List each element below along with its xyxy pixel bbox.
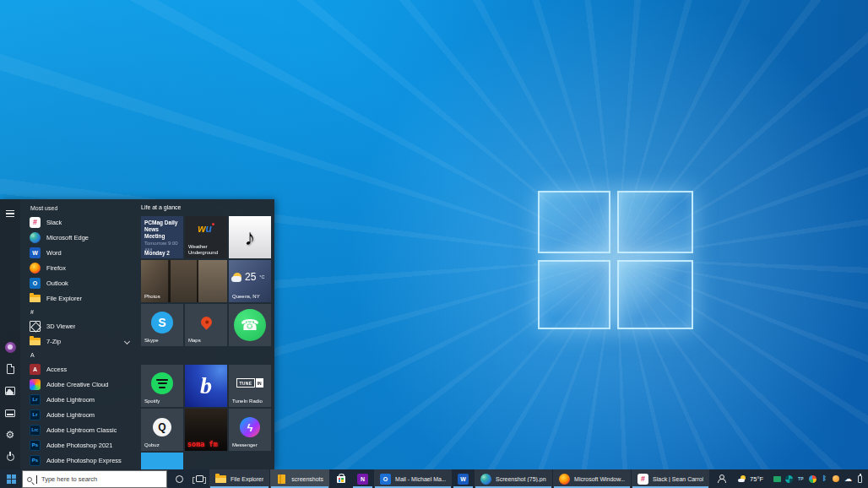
pictures-button[interactable] [3, 384, 17, 398]
user-avatar [5, 342, 16, 353]
tile-tunein-radio[interactable]: TUNEIN TuneIn Radio [229, 365, 271, 407]
tunein-logo: TUNEIN [229, 378, 271, 388]
tile-maps[interactable]: Maps [185, 304, 227, 346]
people-button[interactable] [710, 469, 732, 488]
expand-menu-button[interactable] [3, 207, 17, 220]
tile-partial[interactable] [141, 453, 183, 469]
pinwheel-icon[interactable] [785, 475, 793, 483]
tile-weather-underground[interactable]: wu Weather Underground [185, 216, 227, 258]
app-item-outlook[interactable]: O Outlook [20, 275, 138, 290]
tile-messenger[interactable]: ϟ Messenger [229, 409, 271, 451]
tile-spotify[interactable]: Spotify [141, 365, 183, 407]
tile-skype[interactable]: S Skype [141, 304, 183, 346]
microsoft-store-icon [335, 474, 346, 485]
tile-label: Weather Underground [188, 244, 225, 256]
search-placeholder: Type here to search [41, 475, 97, 483]
gear-icon: ⚙ [6, 430, 15, 440]
app-item-label: Access [46, 366, 67, 373]
folder-window-icon [276, 474, 287, 485]
lightroom-classic-icon: Lrc [30, 425, 41, 436]
tile-qobuz[interactable]: Q Qobuz [141, 409, 183, 451]
b-logo-icon: b [200, 372, 212, 399]
settings-button[interactable]: ⚙ [3, 428, 17, 442]
tile-b-app[interactable]: b [185, 365, 227, 407]
power-icon [7, 453, 14, 461]
wu-logo: wu [185, 223, 227, 235]
search-icon [27, 477, 32, 482]
power-button[interactable] [3, 450, 17, 464]
app-item-word[interactable]: W Word [20, 245, 138, 260]
bluetooth-icon[interactable]: ᛒ [821, 475, 828, 483]
account-button[interactable] [3, 340, 17, 354]
3d-viewer-icon [30, 321, 41, 332]
windows-logo-pane [538, 191, 610, 253]
tile-music-player[interactable]: ♪ [229, 216, 271, 258]
app-item-label: File Explorer [46, 295, 82, 302]
app-item-3d-viewer[interactable]: 3D Viewer [20, 318, 138, 333]
app-item-adobe-creative-cloud[interactable]: Adobe Creative Cloud [20, 377, 138, 392]
people-icon [717, 474, 725, 483]
taskbar-app-onenote[interactable]: N [352, 469, 373, 488]
taskbar-app-file-explorer[interactable]: File Explorer [209, 469, 269, 488]
messenger-icon: ϟ [240, 417, 260, 437]
documents-button[interactable] [3, 362, 17, 376]
chevron-down-icon [124, 338, 130, 344]
partly-sunny-icon [738, 475, 746, 482]
taskbar-app-word[interactable]: W [453, 469, 474, 488]
taskbar-app-label: screenshots [291, 476, 323, 482]
tile-weather-queens[interactable]: 25 °C Queens, NY [229, 260, 271, 302]
calendar-event-title: PCMag Daily News Meeting [144, 220, 180, 240]
qobuz-icon: Q [153, 418, 171, 436]
taskbar-app-microsoft-store[interactable] [330, 469, 351, 488]
slack-icon: # [637, 474, 648, 485]
app-item-adobe-photoshop-2021[interactable]: Ps Adobe Photoshop 2021 [20, 437, 138, 453]
taskbar-app-edge-screenshot[interactable]: Screenshot (75).pn... [475, 469, 552, 488]
search-box[interactable]: Type here to search [22, 470, 167, 488]
app-item-adobe-photoshop-express[interactable]: Ps Adobe Photoshop Express [20, 453, 138, 468]
tile-calendar-pcmag[interactable]: PCMag Daily News Meeting Tomorrow 9:00 A… [141, 216, 183, 258]
app-item-file-explorer[interactable]: File Explorer [20, 290, 138, 306]
amber-dot-icon[interactable] [833, 475, 840, 483]
app-item-microsoft-edge[interactable]: Microsoft Edge [20, 230, 138, 245]
taskbar-app-mail[interactable]: O Mail - Michael Ma... [374, 469, 452, 488]
onedrive-cloud-icon[interactable]: ☁ [844, 475, 852, 483]
app-item-label: Word [46, 249, 62, 257]
taskbar-app-label: Slack | Sean Carrol... [653, 476, 703, 482]
colorful-circle-icon[interactable] [809, 475, 816, 483]
whatsapp-icon: ☎ [234, 309, 266, 341]
tp-icon[interactable]: TP [797, 475, 805, 483]
app-item-adobe-lightroom-classic[interactable]: Lrc Adobe Lightroom Classic [20, 422, 138, 437]
app-item-adobe-lightroom-2[interactable]: Lr Adobe Lightroom [20, 407, 138, 422]
app-item-adobe-lightroom[interactable]: Lr Adobe Lightroom [20, 392, 138, 407]
tile-somafm[interactable]: soma fm [185, 409, 227, 451]
file-explorer-icon [215, 474, 226, 485]
cortana-icon [176, 475, 183, 483]
tile-photos[interactable]: Photos [141, 260, 227, 302]
app-item-7-zip[interactable]: 7-Zip [20, 333, 138, 349]
calendar-date: Monday 2 [144, 250, 170, 256]
task-view-button[interactable] [189, 469, 209, 488]
tile-label: Queens, NY [232, 294, 260, 300]
app-item-slack[interactable]: # Slack [20, 214, 138, 230]
word-icon: W [30, 247, 41, 258]
tile-group-title[interactable]: Life at a glance [141, 202, 271, 214]
tile-whatsapp[interactable]: ☎ [229, 304, 271, 346]
partly-cloudy-icon [233, 273, 241, 281]
start-button[interactable] [0, 469, 22, 488]
cortana-button[interactable] [169, 469, 189, 488]
weather-button[interactable]: 75°F [732, 469, 769, 488]
taskbar-app-label: Mail - Michael Ma... [395, 476, 446, 482]
app-item-label: Firefox [46, 264, 66, 272]
green-app-icon[interactable] [773, 475, 781, 483]
somafm-logo-text: soma fm [187, 440, 218, 448]
start-menu-rail: ⚙ [0, 199, 20, 469]
taskbar-app-slack[interactable]: # Slack | Sean Carrol... [632, 469, 709, 488]
photoshop-express-icon: Ps [30, 455, 41, 466]
usb-icon[interactable] [856, 475, 864, 483]
music-note-icon: ♪ [245, 225, 256, 251]
videos-button[interactable] [3, 406, 17, 420]
taskbar-app-screenshots[interactable]: screenshots [270, 469, 329, 488]
app-item-access[interactable]: A Access [20, 361, 138, 377]
taskbar-app-firefox[interactable]: Microsoft Window... [553, 469, 631, 488]
app-item-firefox[interactable]: Firefox [20, 260, 138, 275]
